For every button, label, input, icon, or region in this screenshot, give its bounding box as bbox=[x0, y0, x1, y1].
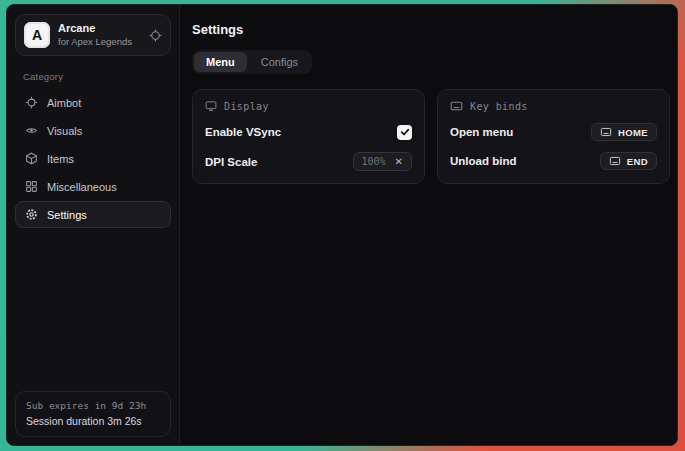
grid-icon bbox=[25, 180, 38, 193]
subscription-card: Sub expires in 9d 23h Session duration 3… bbox=[15, 391, 171, 437]
tab-menu[interactable]: Menu bbox=[194, 52, 247, 72]
keyboard-icon bbox=[600, 127, 612, 137]
app-logo: A bbox=[24, 22, 50, 48]
cards-row: Display Enable VSync DPI Scale 100% ✕ bbox=[192, 89, 670, 184]
page-title: Settings bbox=[192, 22, 670, 37]
sidebar-item-settings[interactable]: Settings bbox=[15, 201, 171, 228]
app-subtitle: for Apex Legends bbox=[58, 36, 141, 48]
unload-bind-label: Unload bind bbox=[450, 155, 516, 167]
sidebar-item-label: Aimbot bbox=[47, 97, 81, 109]
vsync-row: Enable VSync bbox=[205, 123, 412, 141]
sidebar-item-label: Items bbox=[47, 153, 74, 165]
keyboard-icon bbox=[450, 100, 463, 112]
unload-keybind[interactable]: END bbox=[600, 152, 657, 170]
sidebar-item-items[interactable]: Items bbox=[15, 145, 171, 172]
display-card-title: Display bbox=[224, 101, 269, 112]
dpi-value: 100% bbox=[362, 156, 386, 167]
logo-text: Arcane for Apex Legends bbox=[58, 22, 141, 48]
open-menu-row: Open menu HOME bbox=[450, 123, 657, 141]
crosshair-icon bbox=[25, 96, 38, 109]
monitor-icon bbox=[205, 100, 217, 112]
sidebar-item-visuals[interactable]: Visuals bbox=[15, 117, 171, 144]
main-content: Settings Menu Configs Display bbox=[180, 5, 678, 445]
unload-key: END bbox=[627, 156, 648, 167]
sidebar-spacer bbox=[15, 228, 171, 391]
vsync-checkbox[interactable] bbox=[397, 125, 412, 140]
tab-configs[interactable]: Configs bbox=[249, 52, 310, 72]
keybinds-card-title: Key binds bbox=[470, 101, 528, 112]
open-menu-label: Open menu bbox=[450, 126, 513, 138]
keybinds-card-header: Key binds bbox=[450, 100, 657, 112]
cube-icon bbox=[25, 152, 38, 165]
unload-bind-row: Unload bind END bbox=[450, 152, 657, 170]
clear-icon[interactable]: ✕ bbox=[395, 157, 403, 167]
keyboard-icon bbox=[609, 156, 621, 166]
sidebar-item-label: Visuals bbox=[47, 125, 82, 137]
category-label: Category bbox=[23, 71, 163, 82]
tab-bar: Menu Configs bbox=[192, 50, 312, 74]
session-duration-text: Session duration 3m 26s bbox=[26, 415, 160, 427]
app-window: A Arcane for Apex Legends Category bbox=[6, 4, 678, 446]
sub-expiry-text: Sub expires in 9d 23h bbox=[26, 400, 160, 411]
keybinds-card: Key binds Open menu HOME bbox=[437, 89, 670, 184]
gear-icon bbox=[25, 208, 38, 221]
sidebar-item-label: Settings bbox=[47, 209, 87, 221]
open-menu-keybind[interactable]: HOME bbox=[591, 123, 657, 141]
scope-icon bbox=[149, 29, 162, 42]
display-card-header: Display bbox=[205, 100, 412, 112]
sidebar-item-label: Miscellaneous bbox=[47, 181, 117, 193]
sidebar-item-aimbot[interactable]: Aimbot bbox=[15, 89, 171, 116]
vsync-label: Enable VSync bbox=[205, 126, 281, 138]
app-title: Arcane bbox=[58, 22, 141, 36]
display-card: Display Enable VSync DPI Scale 100% ✕ bbox=[192, 89, 425, 184]
dpi-row: DPI Scale 100% ✕ bbox=[205, 152, 412, 171]
open-menu-key: HOME bbox=[618, 127, 648, 138]
sidebar: A Arcane for Apex Legends Category bbox=[7, 5, 180, 445]
dpi-label: DPI Scale bbox=[205, 156, 257, 168]
sidebar-item-miscellaneous[interactable]: Miscellaneous bbox=[15, 173, 171, 200]
dpi-scale-input[interactable]: 100% ✕ bbox=[353, 152, 412, 171]
eye-scan-icon bbox=[25, 124, 38, 137]
sidebar-nav: Aimbot Visuals Items bbox=[15, 89, 171, 228]
logo-card: A Arcane for Apex Legends bbox=[15, 14, 171, 56]
